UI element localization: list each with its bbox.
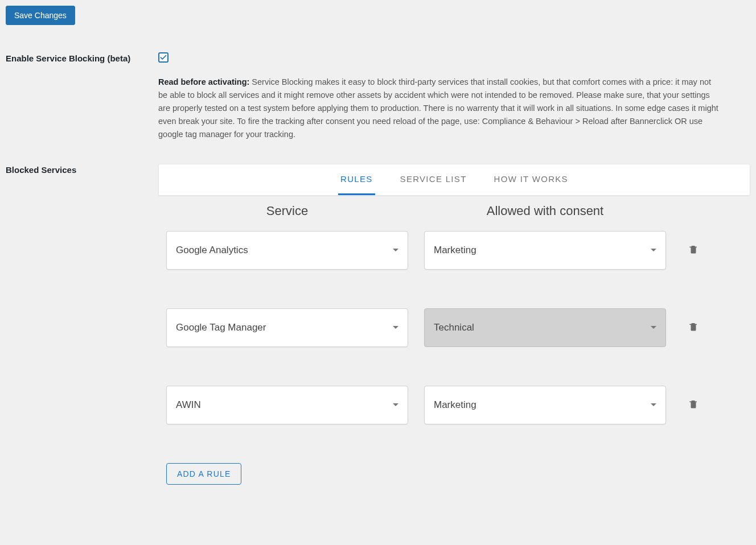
rule-row: AWINMarketing (158, 386, 750, 424)
chevron-down-icon (393, 326, 398, 329)
trash-icon (688, 321, 699, 333)
blocked-services-label: Blocked Services (6, 164, 158, 485)
consent-select-value: Marketing (434, 399, 476, 411)
service-select-value: AWIN (176, 399, 201, 411)
col-consent: Allowed with consent (487, 204, 603, 218)
service-select[interactable]: Google Tag Manager (166, 308, 408, 347)
chevron-down-icon (651, 326, 656, 329)
col-service: Service (266, 204, 308, 218)
delete-rule-button[interactable] (682, 321, 705, 333)
tab-how-it-works[interactable]: HOW IT WORKS (492, 164, 570, 195)
consent-select[interactable]: Marketing (424, 386, 666, 424)
enable-blocking-description: Read before activating: Service Blocking… (158, 76, 722, 141)
enable-blocking-checkbox[interactable] (158, 52, 169, 63)
desc-bold: Read before activating: (158, 77, 249, 86)
tab-rules[interactable]: RULES (338, 164, 375, 195)
chevron-down-icon (651, 249, 656, 251)
tab-service-list[interactable]: SERVICE LIST (398, 164, 469, 195)
enable-blocking-label: Enable Service Blocking (beta) (6, 52, 158, 141)
service-select-value: Google Analytics (176, 245, 248, 256)
consent-select[interactable]: Marketing (424, 231, 666, 270)
service-select[interactable]: Google Analytics (166, 231, 408, 270)
service-select-value: Google Tag Manager (176, 322, 266, 333)
chevron-down-icon (651, 403, 656, 406)
consent-select-value: Marketing (434, 245, 476, 256)
trash-icon (688, 399, 699, 411)
delete-rule-button[interactable] (682, 399, 705, 411)
save-changes-button[interactable]: Save Changes (6, 6, 75, 25)
add-rule-button[interactable]: ADD A RULE (166, 463, 241, 485)
check-icon (159, 53, 167, 61)
rule-row: Google AnalyticsMarketing (158, 231, 750, 270)
chevron-down-icon (393, 249, 398, 251)
desc-rest: Service Blocking makes it easy to block … (158, 77, 718, 139)
delete-rule-button[interactable] (682, 244, 705, 256)
service-select[interactable]: AWIN (166, 386, 408, 424)
trash-icon (688, 244, 699, 256)
rules-header: Service Allowed with consent (158, 204, 750, 231)
chevron-down-icon (393, 403, 398, 406)
consent-select-value: Technical (434, 322, 474, 333)
rule-row: Google Tag ManagerTechnical (158, 308, 750, 347)
consent-select[interactable]: Technical (424, 308, 666, 347)
tabs: RULES SERVICE LIST HOW IT WORKS (158, 164, 750, 196)
